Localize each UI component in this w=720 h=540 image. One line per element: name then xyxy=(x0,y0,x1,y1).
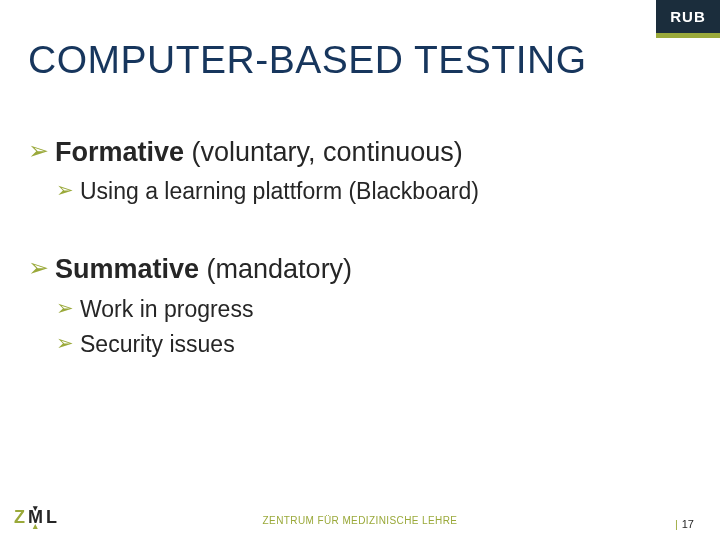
bullet-text: Summative (mandatory) xyxy=(55,251,352,287)
slide-body: ➢ Formative (voluntary, continuous) ➢ Us… xyxy=(0,90,720,360)
chevron-icon: ➢ xyxy=(28,134,49,168)
bullet-wip: ➢ Work in progress xyxy=(56,294,680,325)
footer-bar: |17 xyxy=(0,518,720,530)
bullet-text: Formative (voluntary, continuous) xyxy=(55,134,463,170)
bullet-formative: ➢ Formative (voluntary, continuous) xyxy=(28,134,680,170)
chevron-icon: ➢ xyxy=(56,176,74,204)
bullet-blackboard: ➢ Using a learning plattform (Blackboard… xyxy=(56,176,680,207)
bullet-text: Using a learning plattform (Blackboard) xyxy=(80,176,479,207)
bullet-text: Work in progress xyxy=(80,294,253,325)
slide-title: COMPUTER-BASED TESTING xyxy=(0,0,720,90)
page-number: |17 xyxy=(675,518,694,530)
bullet-text: Security issues xyxy=(80,329,235,360)
spacer xyxy=(28,211,680,235)
bullet-security: ➢ Security issues xyxy=(56,329,680,360)
rub-badge: RUB xyxy=(656,0,720,38)
rub-text: RUB xyxy=(670,8,706,25)
chevron-icon: ➢ xyxy=(56,329,74,357)
bullet-summative: ➢ Summative (mandatory) xyxy=(28,251,680,287)
chevron-icon: ➢ xyxy=(56,294,74,322)
chevron-icon: ➢ xyxy=(28,251,49,285)
